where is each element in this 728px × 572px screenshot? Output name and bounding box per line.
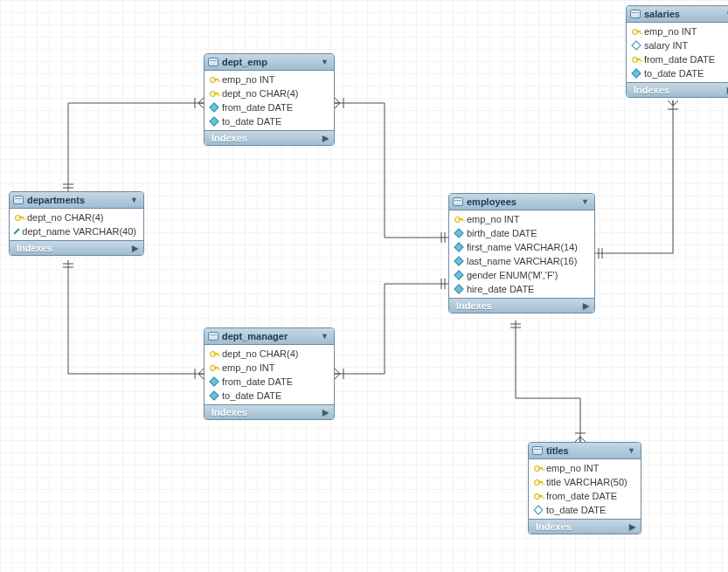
columns-list: emp_no INTsalary INTfrom_date DATEto_dat…	[627, 23, 728, 82]
expand-caret-icon[interactable]: ▶	[322, 408, 329, 417]
columns-list: emp_no INTtitle VARCHAR(50)from_date DAT…	[529, 459, 641, 519]
indexes-section[interactable]: Indexes▶	[529, 519, 641, 534]
not-null-diamond-icon	[454, 256, 463, 265]
table-title: titles	[546, 445, 624, 456]
table-employees[interactable]: employees▼emp_no INTbirth_date DATEfirst…	[448, 193, 595, 314]
column-row[interactable]: dept_no CHAR(4)	[10, 210, 143, 224]
table-header[interactable]: titles▼	[529, 443, 641, 459]
indexes-section[interactable]: Indexes▶	[449, 298, 594, 313]
primary-key-icon	[632, 55, 641, 64]
primary-key-icon	[210, 89, 218, 98]
relation-line[interactable]	[335, 103, 448, 238]
column-row[interactable]: birth_date DATE	[449, 226, 594, 240]
collapse-caret-icon[interactable]: ▼	[130, 196, 138, 204]
indexes-label: Indexes	[211, 133, 247, 143]
column-row[interactable]: emp_no INT	[627, 24, 728, 38]
collapse-caret-icon[interactable]: ▼	[321, 332, 329, 341]
column-row[interactable]: hire_date DATE	[449, 282, 594, 296]
not-null-diamond-icon	[209, 376, 218, 386]
column-row[interactable]: gender ENUM('M','F')	[449, 268, 594, 282]
collapse-caret-icon[interactable]: ▼	[627, 446, 635, 455]
collapse-caret-icon[interactable]: ▼	[581, 197, 589, 206]
table-icon	[208, 332, 218, 341]
column-label: title VARCHAR(50)	[546, 477, 627, 487]
column-row[interactable]: emp_no INT	[449, 212, 594, 226]
table-departments[interactable]: departments▼dept_no CHAR(4)dept_name VAR…	[9, 191, 144, 256]
column-row[interactable]: from_date DATE	[205, 100, 334, 114]
table-header[interactable]: dept_emp▼	[205, 54, 334, 71]
table-title: salaries	[644, 9, 722, 19]
not-null-diamond-icon	[209, 102, 218, 112]
table-title: dept_manager	[222, 331, 317, 341]
column-row[interactable]: from_date DATE	[529, 489, 641, 503]
relation-line[interactable]	[516, 320, 580, 442]
column-row[interactable]: first_name VARCHAR(14)	[449, 240, 594, 254]
column-row[interactable]: to_date DATE	[627, 66, 728, 80]
relation-line[interactable]	[335, 284, 448, 374]
column-row[interactable]: emp_no INT	[205, 72, 334, 86]
not-null-diamond-icon	[454, 284, 463, 293]
primary-key-icon	[210, 363, 218, 372]
not-null-diamond-icon	[631, 68, 641, 78]
table-title: dept_emp	[222, 57, 317, 67]
column-label: emp_no INT	[546, 463, 600, 473]
column-label: gender ENUM('M','F')	[467, 270, 558, 280]
column-row[interactable]: last_name VARCHAR(16)	[449, 254, 594, 268]
table-titles[interactable]: titles▼emp_no INTtitle VARCHAR(50)from_d…	[528, 442, 641, 534]
column-label: dept_no CHAR(4)	[222, 348, 298, 359]
indexes-section[interactable]: Indexes▶	[205, 130, 334, 145]
table-dept_emp[interactable]: dept_emp▼emp_no INTdept_no CHAR(4)from_d…	[204, 53, 335, 146]
column-label: emp_no INT	[467, 214, 520, 224]
primary-key-icon	[534, 492, 543, 500]
table-header[interactable]: departments▼	[10, 192, 143, 209]
table-header[interactable]: salaries▼	[627, 6, 728, 23]
primary-key-icon	[534, 464, 543, 472]
table-salaries[interactable]: salaries▼emp_no INTsalary INTfrom_date D…	[626, 5, 728, 98]
column-row[interactable]: from_date DATE	[205, 375, 334, 389]
column-row[interactable]: emp_no INT	[529, 461, 641, 475]
column-row[interactable]: title VARCHAR(50)	[529, 475, 641, 489]
column-label: from_date DATE	[546, 491, 617, 501]
indexes-section[interactable]: Indexes▶	[10, 240, 143, 255]
column-label: to_date DATE	[222, 116, 281, 127]
primary-key-icon	[454, 215, 463, 224]
primary-key-icon	[632, 27, 641, 36]
collapse-caret-icon[interactable]: ▼	[321, 58, 329, 66]
indexes-section[interactable]: Indexes▶	[205, 404, 334, 419]
expand-caret-icon[interactable]: ▶	[583, 301, 589, 310]
er-canvas[interactable]: dept_emp▼emp_no INTdept_no CHAR(4)from_d…	[0, 0, 728, 572]
column-row[interactable]: from_date DATE	[627, 52, 728, 66]
indexes-label: Indexes	[634, 85, 669, 95]
primary-key-icon	[210, 75, 218, 84]
expand-caret-icon[interactable]: ▶	[132, 244, 138, 252]
relation-line[interactable]	[68, 260, 204, 374]
table-header[interactable]: employees▼	[449, 194, 594, 210]
columns-list: emp_no INTbirth_date DATEfirst_name VARC…	[449, 210, 594, 298]
expand-caret-icon[interactable]: ▶	[322, 134, 329, 142]
indexes-section[interactable]: Indexes▶	[627, 82, 728, 97]
not-null-diamond-icon	[454, 242, 463, 252]
column-row[interactable]: to_date DATE	[205, 114, 334, 128]
column-row[interactable]: dept_no CHAR(4)	[205, 347, 334, 361]
expand-caret-icon[interactable]: ▶	[629, 522, 635, 531]
nullable-diamond-icon	[533, 505, 543, 514]
column-row[interactable]: dept_name VARCHAR(40)	[10, 224, 143, 238]
column-row[interactable]: to_date DATE	[529, 503, 641, 517]
table-title: employees	[467, 196, 578, 207]
column-row[interactable]: emp_no INT	[205, 361, 334, 375]
column-label: from_date DATE	[222, 102, 293, 113]
relation-line[interactable]	[595, 100, 673, 253]
table-header[interactable]: dept_manager▼	[205, 328, 334, 345]
indexes-label: Indexes	[211, 407, 247, 417]
column-label: last_name VARCHAR(16)	[467, 256, 577, 266]
columns-list: emp_no INTdept_no CHAR(4)from_date DATEt…	[205, 71, 334, 130]
relation-line[interactable]	[68, 103, 204, 191]
column-row[interactable]: dept_no CHAR(4)	[205, 86, 334, 100]
table-icon	[630, 10, 641, 18]
table-dept_manager[interactable]: dept_manager▼dept_no CHAR(4)emp_no INTfr…	[204, 327, 335, 420]
column-row[interactable]: salary INT	[627, 38, 728, 52]
not-null-diamond-icon	[209, 116, 218, 126]
table-icon	[532, 446, 543, 455]
columns-list: dept_no CHAR(4)dept_name VARCHAR(40)	[10, 209, 143, 240]
column-row[interactable]: to_date DATE	[205, 389, 334, 403]
